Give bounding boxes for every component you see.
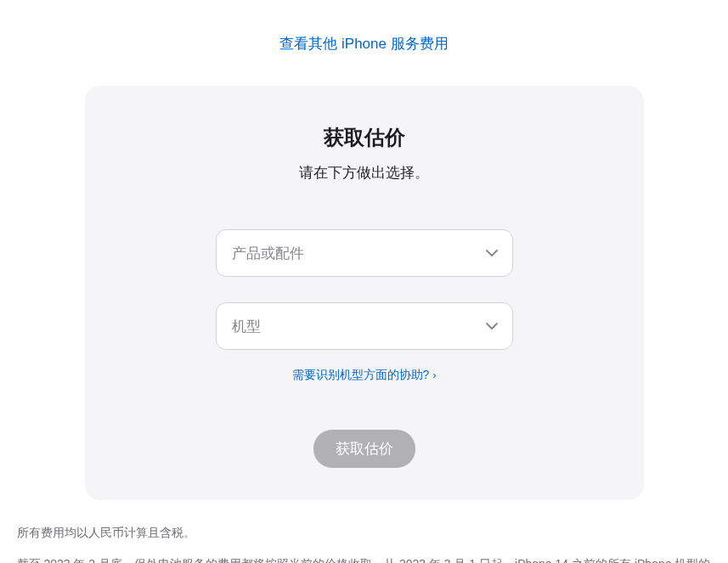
estimate-card: 获取估价 请在下方做出选择。 产品或配件 机型 需要识别机型方面的协助?› 获取… bbox=[85, 86, 644, 500]
view-other-services-link[interactable]: 查看其他 iPhone 服务费用 bbox=[279, 36, 448, 52]
get-estimate-button[interactable]: 获取估价 bbox=[313, 430, 415, 468]
footer-line-2: 截至 2023 年 2 月底，保外电池服务的费用都将按照当前的价格收取。从 20… bbox=[17, 553, 712, 563]
chevron-right-icon: › bbox=[432, 369, 436, 381]
footer-line-2-text: 截至 2023 年 2 月底，保外电池服务的费用都将按照当前的价格收取。从 20… bbox=[17, 557, 711, 563]
product-select[interactable]: 产品或配件 bbox=[216, 229, 513, 277]
identify-model-help-link[interactable]: 需要识别机型方面的协助?› bbox=[292, 368, 437, 381]
card-title: 获取估价 bbox=[136, 124, 593, 151]
model-select-wrapper: 机型 bbox=[216, 302, 513, 350]
product-select-wrapper: 产品或配件 bbox=[216, 229, 513, 277]
model-select[interactable]: 机型 bbox=[216, 302, 513, 350]
help-link-label: 需要识别机型方面的协助? bbox=[292, 368, 430, 381]
top-link-container: 查看其他 iPhone 服务费用 bbox=[0, 34, 728, 53]
card-subtitle: 请在下方做出选择。 bbox=[136, 163, 593, 183]
help-link-container: 需要识别机型方面的协助?› bbox=[136, 367, 593, 383]
footer-text: 所有费用均以人民币计算且含税。 截至 2023 年 2 月底，保外电池服务的费用… bbox=[12, 521, 717, 563]
footer-line-1: 所有费用均以人民币计算且含税。 bbox=[17, 521, 712, 544]
